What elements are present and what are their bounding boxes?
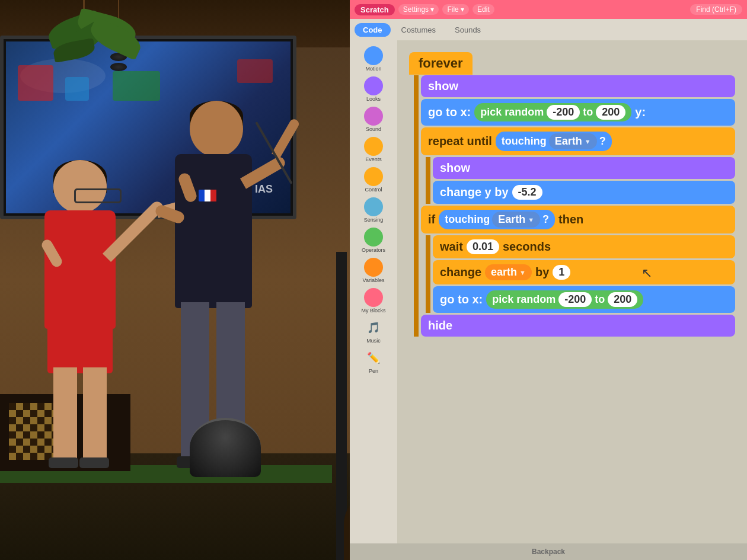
backpack-label: Backpack bbox=[532, 548, 565, 556]
sidebar-item-operators[interactable]: Operators bbox=[360, 226, 387, 254]
block-hide: hide bbox=[421, 315, 735, 337]
music-icon: 🎵 bbox=[364, 318, 383, 337]
sidebar-item-looks[interactable]: Looks bbox=[363, 75, 384, 103]
tab-sounds[interactable]: Sounds bbox=[446, 23, 489, 37]
scratch-header: Scratch Settings ▾ File ▾ Edit Find (Ctr… bbox=[350, 0, 747, 19]
scratch-body: Motion Looks Sound Events Control bbox=[350, 40, 747, 543]
sidebar-item-music[interactable]: 🎵 Music bbox=[363, 317, 384, 345]
tab-costumes[interactable]: Costumes bbox=[393, 23, 445, 37]
scratch-code-editor: forever show go to x: pick random -200 bbox=[397, 40, 747, 543]
change-label: change bbox=[440, 265, 481, 279]
sound-icon bbox=[364, 107, 383, 126]
pick-random-label-2: pick random bbox=[492, 293, 556, 306]
sidebar-item-control[interactable]: Control bbox=[363, 166, 384, 194]
pick-random-block-1: pick random -200 to 200 bbox=[474, 103, 631, 121]
by-label: by bbox=[535, 265, 549, 279]
block-show-2: show bbox=[433, 157, 735, 179]
sensing-icon bbox=[364, 197, 383, 216]
sensing-label: Sensing bbox=[364, 217, 384, 223]
earth-var-arrow: ▼ bbox=[519, 269, 526, 276]
then-label: then bbox=[558, 213, 583, 226]
sound-label: Sound bbox=[366, 126, 381, 132]
touching-label-1: touching bbox=[502, 135, 547, 148]
find-bar[interactable]: Find (Ctrl+F) bbox=[690, 4, 742, 15]
wait-label: wait bbox=[440, 240, 463, 254]
if-body: wait 0.01 seconds change earth ▼ by bbox=[426, 235, 735, 313]
control-label: Control bbox=[365, 187, 382, 193]
scene: IAS bbox=[0, 0, 747, 560]
child-figure bbox=[36, 160, 142, 468]
val-200-2: 200 bbox=[608, 292, 637, 307]
sidebar-item-events[interactable]: Events bbox=[363, 136, 384, 164]
sidebar-item-pen[interactable]: ✏️ Pen bbox=[363, 347, 384, 375]
hide-label: hide bbox=[428, 319, 452, 332]
sidebar-item-sound[interactable]: Sound bbox=[363, 105, 384, 133]
show-2-label: show bbox=[440, 161, 470, 175]
child-shoe-right bbox=[79, 457, 109, 468]
sidebar-item-motion[interactable]: Motion bbox=[363, 45, 384, 73]
earth-label-2: Earth bbox=[498, 213, 525, 226]
forever-label: forever bbox=[419, 56, 463, 71]
pick-random-block-2: pick random -200 to 200 bbox=[486, 290, 643, 309]
show-1-label: show bbox=[428, 79, 458, 93]
block-goto-x-2: go to x: pick random -200 to 200 bbox=[433, 286, 735, 313]
settings-menu[interactable]: Settings ▾ bbox=[398, 4, 439, 15]
file-menu[interactable]: File ▾ bbox=[442, 4, 469, 15]
motion-label: Motion bbox=[365, 66, 381, 72]
forever-body: show go to x: pick random -200 to 200 y: bbox=[414, 75, 735, 337]
looks-label: Looks bbox=[366, 96, 381, 102]
block-repeat-until: repeat until touching Earth ▼ ? bbox=[421, 127, 735, 155]
scratch-backpack[interactable]: Backpack bbox=[350, 543, 747, 560]
change-y-by-label: change y by bbox=[440, 185, 509, 199]
flag-red bbox=[210, 190, 216, 201]
sidebar-item-sensing[interactable]: Sensing bbox=[363, 196, 385, 224]
block-change-var: change earth ▼ by 1 bbox=[433, 260, 735, 284]
child-body bbox=[44, 210, 116, 329]
looks-icon bbox=[364, 76, 383, 95]
myblocks-icon bbox=[364, 288, 383, 307]
repeat-until-label: repeat until bbox=[428, 135, 492, 148]
earth-label-1: Earth bbox=[555, 135, 582, 148]
motion-icon bbox=[364, 46, 383, 65]
goto-x-2-label: go to x: bbox=[440, 293, 483, 306]
edit-menu[interactable]: Edit bbox=[473, 4, 494, 15]
earth-var-dropdown[interactable]: earth ▼ bbox=[485, 264, 532, 280]
child-leg-left bbox=[53, 367, 77, 462]
hanging-plant bbox=[47, 0, 154, 77]
sidebar-item-myblocks[interactable]: My Blocks bbox=[360, 287, 387, 315]
seconds-label: seconds bbox=[503, 240, 551, 254]
repeat-until-body: show change y by -5.2 bbox=[426, 157, 735, 204]
tab-code[interactable]: Code bbox=[355, 23, 391, 37]
earth-dropdown-2[interactable]: Earth ▼ bbox=[492, 212, 540, 228]
drum-barrel bbox=[190, 418, 261, 477]
cursor-arrow: ↖ bbox=[641, 265, 652, 281]
variables-label: Variables bbox=[363, 277, 385, 283]
to-label-1: to bbox=[583, 106, 593, 119]
block-show-1: show bbox=[421, 75, 735, 97]
question-mark-2: ? bbox=[542, 213, 549, 226]
val-200-1: 200 bbox=[596, 105, 625, 120]
child-head bbox=[53, 160, 107, 213]
scratch-interface: Scratch Settings ▾ File ▾ Edit Find (Ctr… bbox=[350, 0, 747, 560]
variables-icon bbox=[364, 258, 383, 277]
earth-dropdown-1[interactable]: Earth ▼ bbox=[549, 133, 597, 149]
scratch-tabs: Code Costumes Sounds bbox=[350, 19, 747, 40]
flag-white bbox=[205, 190, 210, 201]
val-minus200-1: -200 bbox=[547, 105, 580, 120]
sidebar-item-variables[interactable]: Variables bbox=[362, 257, 386, 284]
question-mark-1: ? bbox=[599, 135, 606, 148]
operators-icon bbox=[364, 228, 383, 247]
val-minus200-2: -200 bbox=[558, 292, 592, 307]
child-glasses bbox=[74, 188, 122, 203]
operators-label: Operators bbox=[362, 247, 385, 253]
scratch-sidebar: Motion Looks Sound Events Control bbox=[350, 40, 397, 543]
to-label-2: to bbox=[595, 293, 605, 306]
events-label: Events bbox=[365, 156, 382, 162]
scratch-logo: Scratch bbox=[355, 4, 395, 15]
block-forever-cap: forever bbox=[409, 52, 473, 75]
myblocks-label: My Blocks bbox=[361, 308, 385, 313]
block-change-y: change y by -5.2 bbox=[433, 181, 735, 204]
block-goto-x: go to x: pick random -200 to 200 y: bbox=[421, 99, 735, 126]
events-icon bbox=[364, 137, 383, 156]
block-if: if touching Earth ▼ ? then bbox=[421, 206, 735, 233]
